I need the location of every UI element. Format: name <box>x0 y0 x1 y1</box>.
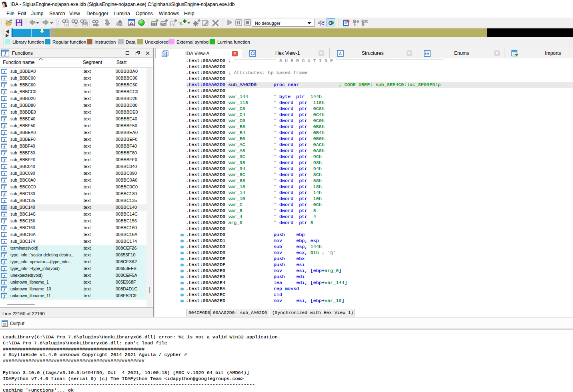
svg-text:C: C <box>321 22 324 26</box>
svg-text:DATA: DATA <box>160 23 166 25</box>
svg-text:‘s: ‘s <box>178 20 182 26</box>
svg-text:CODE: CODE <box>151 23 157 25</box>
svg-text:101: 101 <box>83 23 88 26</box>
svg-text:A: A <box>339 51 342 56</box>
svg-text:A: A <box>171 22 174 26</box>
svg-text:T: T <box>75 22 77 26</box>
svg-text:#: # <box>66 23 68 26</box>
